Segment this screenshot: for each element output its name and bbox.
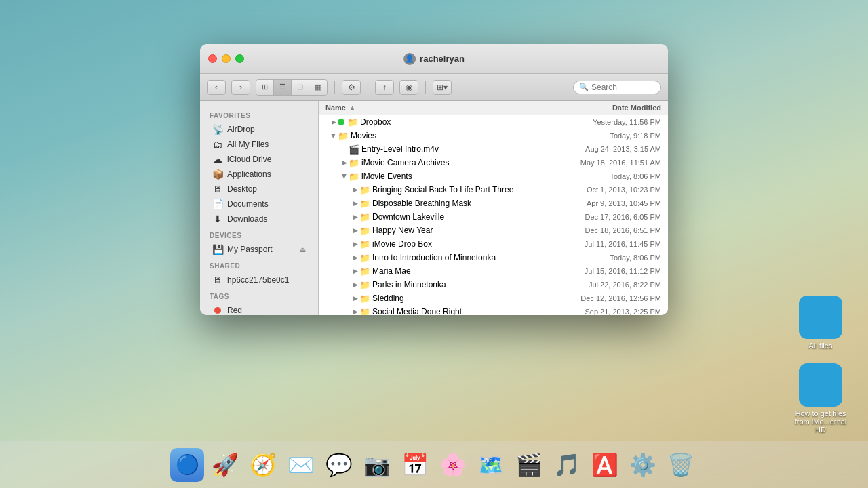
sidebar-item-airdrop[interactable]: 📡 AirDrop	[203, 122, 315, 137]
disclosure-arrow[interactable]: ▶	[351, 240, 359, 248]
desktop-label: Desktop	[227, 184, 257, 194]
row-indent: ▶	[326, 118, 338, 126]
arrange-button[interactable]: ⊞▾	[433, 80, 452, 95]
back-button[interactable]: ‹	[207, 80, 226, 95]
all-files-icon	[799, 296, 842, 339]
view-column-button[interactable]: ⊟	[292, 80, 309, 95]
table-row[interactable]: ▶ 📁 iMovie Drop Box Jul 11, 2016, 11:45 …	[319, 237, 668, 251]
disclosure-arrow[interactable]: ▶	[351, 308, 359, 315]
table-row[interactable]: ▶ 📁 Maria Mae Jul 15, 2016, 11:12 PM	[319, 264, 668, 278]
file-name: Disposable Breathing Mask	[370, 199, 553, 208]
action-button[interactable]: ⚙	[342, 80, 361, 95]
maximize-button[interactable]	[235, 54, 244, 63]
forward-button[interactable]: ›	[231, 80, 250, 95]
disclosure-arrow[interactable]: ▶	[340, 172, 349, 180]
view-list-button[interactable]: ☰	[274, 80, 292, 95]
file-date: Today, 8:06 PM	[553, 172, 661, 180]
file-name: Maria Mae	[370, 266, 553, 276]
table-row[interactable]: ▶ 📁 iMovie Events Today, 8:06 PM	[319, 169, 668, 183]
sidebar-item-all-my-files[interactable]: 🗂 All My Files	[203, 137, 315, 152]
dock-trash[interactable]: 🗑️	[664, 448, 698, 482]
sidebar-item-shared-hp[interactable]: 🖥 hp6cc2175be0c1	[203, 272, 315, 287]
file-name: Social Media Done Right	[370, 307, 553, 315]
table-row[interactable]: ▶ 📁 Bringing Social Back To Life Part Th…	[319, 183, 668, 197]
sidebar-item-downloads[interactable]: ⬇ Downloads	[203, 211, 315, 226]
traffic-lights	[208, 54, 244, 63]
file-list: Name ▲ Date Modified ▶ 📁 Dropbox Yesterd…	[319, 101, 668, 315]
dock-maps[interactable]: 🗺️	[474, 448, 508, 482]
dock-safari[interactable]: 🧭	[246, 448, 280, 482]
dock-appstore[interactable]: 🅰️	[588, 448, 622, 482]
dock-itunes[interactable]: 🎵	[550, 448, 584, 482]
file-name: Entry-Level Intro.m4v	[359, 144, 553, 154]
disclosure-arrow[interactable]: ▶	[351, 281, 359, 289]
disclosure-arrow[interactable]: ▶	[351, 253, 359, 262]
disclosure-arrow[interactable]: ▶	[330, 118, 338, 126]
file-date: Oct 1, 2013, 10:23 PM	[553, 186, 661, 194]
table-row[interactable]: ▶ 📁 Parks in Minnetonka Jul 22, 2016, 8:…	[319, 278, 668, 291]
table-row[interactable]: ▶ 📁 Happy New Year Dec 18, 2016, 6:51 PM	[319, 224, 668, 237]
view-icon-button[interactable]: ⊞	[256, 80, 274, 95]
how-to-get-icon	[799, 363, 842, 407]
file-name: Intro to Introduction of Minnetonka	[370, 253, 553, 262]
user-icon: 👤	[403, 53, 416, 65]
all-files-label: All files	[809, 342, 833, 350]
table-row[interactable]: ▶ 📁 iMovie Camera Archives May 18, 2016,…	[319, 156, 668, 169]
view-cover-button[interactable]: ▦	[309, 80, 327, 95]
close-button[interactable]	[208, 54, 217, 63]
dock-messages[interactable]: 💬	[322, 448, 356, 482]
documents-label: Documents	[227, 199, 269, 209]
desktop-icon-how-to-get[interactable]: How to get files from iMo...ernal HD	[793, 363, 848, 434]
dock-finder[interactable]: 🔵	[170, 448, 204, 482]
disclosure-arrow[interactable]: ▶	[351, 226, 359, 235]
toolbar-separator-2	[368, 81, 368, 94]
tag-red-icon	[212, 305, 223, 315]
dock-photos[interactable]: 🌸	[436, 448, 470, 482]
table-row[interactable]: ▶ 📁 Downtown Lakeville Dec 17, 2016, 6:0…	[319, 210, 668, 224]
disclosure-arrow[interactable]: ▶	[351, 267, 359, 275]
disclosure-arrow[interactable]: ▶	[351, 294, 359, 302]
dock-imovie[interactable]: 🎬	[512, 448, 546, 482]
table-row[interactable]: ▶ 📁 Dropbox Yesterday, 11:56 PM	[319, 115, 668, 129]
disclosure-arrow[interactable]: ▶	[351, 186, 359, 194]
disclosure-arrow[interactable]: ▶	[340, 159, 349, 167]
disclosure-arrow[interactable]: ▶	[330, 131, 338, 140]
dock-systemprefs[interactable]: ⚙️	[626, 448, 660, 482]
row-indent: ▶	[326, 226, 359, 235]
dock-mail[interactable]: ✉️	[284, 448, 318, 482]
folder-icon: 📁	[349, 157, 359, 168]
disclosure-arrow[interactable]: ▶	[351, 213, 359, 221]
airdrop-icon: 📡	[212, 124, 223, 135]
disclosure-arrow[interactable]: ▶	[351, 199, 359, 207]
toolbar-separator-1	[334, 81, 335, 94]
sidebar-item-icloud[interactable]: ☁ iCloud Drive	[203, 152, 315, 167]
minimize-button[interactable]	[222, 54, 231, 63]
tag-button[interactable]: ◉	[399, 80, 418, 95]
sidebar-item-applications[interactable]: 📦 Applications	[203, 167, 315, 182]
file-date: May 18, 2016, 11:51 AM	[553, 159, 661, 167]
dock-launchpad[interactable]: 🚀	[208, 448, 242, 482]
col-name-header[interactable]: Name ▲	[326, 104, 553, 112]
table-row[interactable]: ▶ 📁 Sledding Dec 12, 2016, 12:56 PM	[319, 291, 668, 305]
col-date-header[interactable]: Date Modified	[553, 104, 661, 112]
table-row[interactable]: ▶ 📁 Intro to Introduction of Minnetonka …	[319, 251, 668, 264]
table-row[interactable]: ▶ 🎬 Entry-Level Intro.m4v Aug 24, 2013, …	[319, 142, 668, 156]
dock-facetime[interactable]: 📷	[360, 448, 394, 482]
desktop-icon-all-files[interactable]: All files	[799, 296, 842, 350]
search-input[interactable]	[591, 83, 655, 92]
sidebar-item-documents[interactable]: 📄 Documents	[203, 197, 315, 211]
table-row[interactable]: ▶ 📁 Social Media Done Right Sep 21, 2013…	[319, 305, 668, 315]
sidebar-item-tag-red[interactable]: Red	[203, 303, 315, 315]
table-row[interactable]: ▶ 📁 Movies Today, 9:18 PM	[319, 129, 668, 142]
file-name: Bringing Social Back To Life Part Three	[370, 185, 553, 195]
eject-button[interactable]: ⏏	[299, 245, 306, 254]
folder-icon: 📁	[359, 293, 370, 304]
dock-calendar[interactable]: 📅	[398, 448, 432, 482]
file-name: Dropbox	[358, 117, 553, 127]
folder-icon: 📁	[359, 211, 370, 222]
share-button[interactable]: ↑	[375, 80, 394, 95]
table-row[interactable]: ▶ 📁 Disposable Breathing Mask Apr 9, 201…	[319, 197, 668, 210]
sidebar-section-shared: Shared	[200, 257, 318, 272]
sidebar-item-desktop[interactable]: 🖥 Desktop	[203, 182, 315, 197]
sidebar-item-my-passport[interactable]: 💾 My Passport ⏏	[203, 242, 315, 257]
